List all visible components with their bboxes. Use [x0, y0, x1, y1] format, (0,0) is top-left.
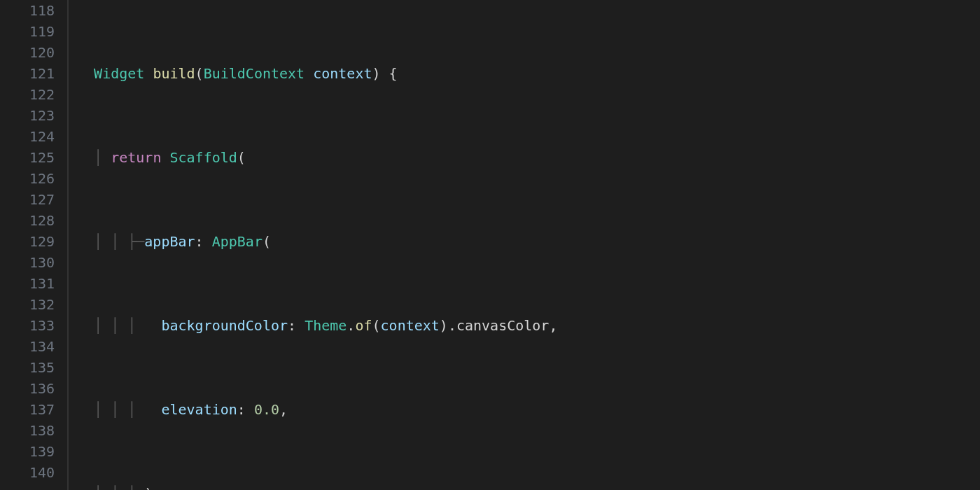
line-number: 138: [0, 420, 67, 441]
type-buildcontext: BuildContext: [204, 65, 305, 82]
literal-0: 0.0: [254, 401, 279, 418]
line-number: 133: [0, 315, 67, 336]
line-number: 127: [0, 189, 67, 210]
method-build: build: [153, 65, 195, 82]
code-editor[interactable]: 1181191201211221231241251261271281291301…: [0, 0, 980, 490]
line-number: 119: [0, 21, 67, 42]
line-number-gutter: 1181191201211221231241251261271281291301…: [0, 0, 67, 490]
method-of: of: [355, 317, 372, 334]
line-number: 120: [0, 42, 67, 63]
type-widget: Widget: [94, 65, 144, 82]
line-number: 129: [0, 231, 67, 252]
arg-context: context: [381, 317, 440, 334]
code-line[interactable]: │ │ │ ),: [77, 483, 980, 490]
code-line[interactable]: │ │ ├─appBar: AppBar(: [77, 231, 980, 252]
line-number: 134: [0, 336, 67, 357]
line-number: 136: [0, 378, 67, 399]
field-canvascolor: canvasColor: [456, 317, 549, 334]
line-number: 131: [0, 273, 67, 294]
line-number: 128: [0, 210, 67, 231]
line-number: 124: [0, 126, 67, 147]
keyword-return: return: [111, 149, 161, 166]
line-number: 118: [0, 0, 67, 21]
line-number: 126: [0, 168, 67, 189]
line-number: 130: [0, 252, 67, 273]
type-theme: Theme: [304, 317, 346, 334]
code-line[interactable]: Widget build(BuildContext context) {: [77, 63, 980, 84]
code-area[interactable]: Widget build(BuildContext context) { │ r…: [69, 0, 980, 490]
param-context: context: [313, 65, 372, 82]
line-number: 132: [0, 294, 67, 315]
line-number: 140: [0, 462, 67, 483]
line-number: 122: [0, 84, 67, 105]
type-appbar: AppBar: [212, 233, 262, 250]
code-line[interactable]: │ return Scaffold(: [77, 147, 980, 168]
param-elevation: elevation: [161, 401, 237, 418]
param-backgroundcolor: backgroundColor: [161, 317, 288, 334]
param-appbar: appBar: [144, 233, 195, 250]
code-line[interactable]: │ │ │ elevation: 0.0,: [77, 399, 980, 420]
code-line[interactable]: │ │ │ backgroundColor: Theme.of(context)…: [77, 315, 980, 336]
line-number: 121: [0, 63, 67, 84]
type-scaffold: Scaffold: [169, 149, 237, 166]
line-number: 137: [0, 399, 67, 420]
line-number: 123: [0, 105, 67, 126]
line-number: 139: [0, 441, 67, 462]
line-number: 125: [0, 147, 67, 168]
line-number: 135: [0, 357, 67, 378]
